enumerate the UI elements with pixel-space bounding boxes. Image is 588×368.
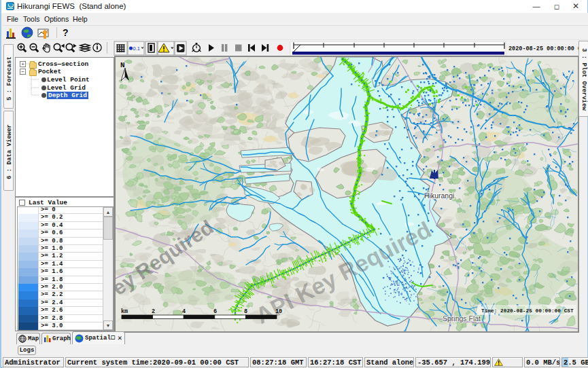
svg-text:2: 2 xyxy=(152,308,155,315)
svg-text:N: N xyxy=(120,61,125,69)
svg-text:Hikurangi: Hikurangi xyxy=(424,191,454,200)
svg-text:6: 6 xyxy=(213,308,217,315)
svg-text:10: 10 xyxy=(275,308,282,315)
svg-text:Springs Flat: Springs Flat xyxy=(443,314,481,323)
svg-text:4: 4 xyxy=(182,308,186,315)
svg-text:2020-08-25 00:00:00 CST: 2020-08-25 00:00:00 CST xyxy=(508,45,588,52)
svg-text:Time: 2020-08-25 00:00:00 CST: Time: 2020-08-25 00:00:00 CST xyxy=(481,308,574,314)
svg-text:8: 8 xyxy=(244,308,247,315)
svg-text:SH 1: SH 1 xyxy=(435,119,442,132)
svg-text:km: km xyxy=(121,308,128,315)
svg-text:?: ? xyxy=(63,27,69,38)
svg-text:0.1: 0.1 xyxy=(133,45,140,52)
